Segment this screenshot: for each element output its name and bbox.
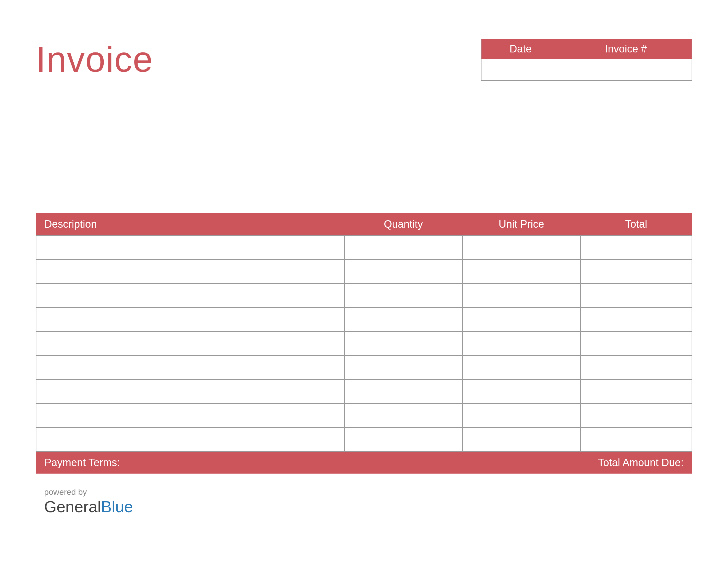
table-row (36, 308, 692, 332)
quantity-cell[interactable] (344, 428, 462, 452)
footer-brand: powered by GeneralBlue (36, 487, 692, 516)
description-cell[interactable] (36, 356, 344, 380)
table-row (36, 235, 692, 259)
quantity-cell[interactable] (344, 380, 462, 404)
unit-price-cell[interactable] (462, 404, 580, 428)
meta-table: Date Invoice # (481, 39, 692, 81)
total-cell[interactable] (580, 284, 692, 308)
unit-price-column-header: Unit Price (462, 213, 580, 235)
unit-price-cell[interactable] (462, 235, 580, 259)
description-cell[interactable] (36, 332, 344, 356)
description-cell[interactable] (36, 259, 344, 284)
total-amount-due-label: Total Amount Due: (462, 452, 692, 474)
description-cell[interactable] (36, 308, 344, 332)
table-row (36, 284, 692, 308)
quantity-column-header: Quantity (344, 213, 462, 235)
invoice-title: Invoice (36, 39, 153, 80)
table-row (36, 356, 692, 380)
table-row (36, 259, 692, 284)
brand-part-general: General (44, 498, 101, 516)
quantity-cell[interactable] (344, 356, 462, 380)
unit-price-cell[interactable] (462, 308, 580, 332)
unit-price-cell[interactable] (462, 332, 580, 356)
unit-price-cell[interactable] (462, 259, 580, 284)
total-cell[interactable] (580, 428, 692, 452)
powered-by-label: powered by (44, 487, 692, 497)
table-row (36, 332, 692, 356)
description-cell[interactable] (36, 404, 344, 428)
total-column-header: Total (580, 213, 692, 235)
invoice-number-header: Invoice # (560, 39, 692, 59)
total-cell[interactable] (580, 380, 692, 404)
description-cell[interactable] (36, 284, 344, 308)
quantity-cell[interactable] (344, 332, 462, 356)
total-cell[interactable] (580, 356, 692, 380)
date-cell[interactable] (481, 59, 560, 81)
quantity-cell[interactable] (344, 259, 462, 284)
payment-terms-label: Payment Terms: (36, 452, 462, 474)
brand-part-blue: Blue (101, 498, 133, 516)
line-items-table: Description Quantity Unit Price Total (36, 213, 692, 474)
quantity-cell[interactable] (344, 404, 462, 428)
unit-price-cell[interactable] (462, 428, 580, 452)
quantity-cell[interactable] (344, 235, 462, 259)
unit-price-cell[interactable] (462, 380, 580, 404)
unit-price-cell[interactable] (462, 356, 580, 380)
date-header: Date (481, 39, 560, 59)
total-cell[interactable] (580, 332, 692, 356)
table-row (36, 404, 692, 428)
brand-name: GeneralBlue (44, 497, 692, 516)
unit-price-cell[interactable] (462, 284, 580, 308)
quantity-cell[interactable] (344, 308, 462, 332)
total-cell[interactable] (580, 404, 692, 428)
table-row (36, 428, 692, 452)
description-column-header: Description (36, 213, 344, 235)
description-cell[interactable] (36, 380, 344, 404)
description-cell[interactable] (36, 428, 344, 452)
total-cell[interactable] (580, 235, 692, 259)
quantity-cell[interactable] (344, 284, 462, 308)
invoice-number-cell[interactable] (560, 59, 692, 81)
total-cell[interactable] (580, 308, 692, 332)
description-cell[interactable] (36, 235, 344, 259)
total-cell[interactable] (580, 259, 692, 284)
table-row (36, 380, 692, 404)
